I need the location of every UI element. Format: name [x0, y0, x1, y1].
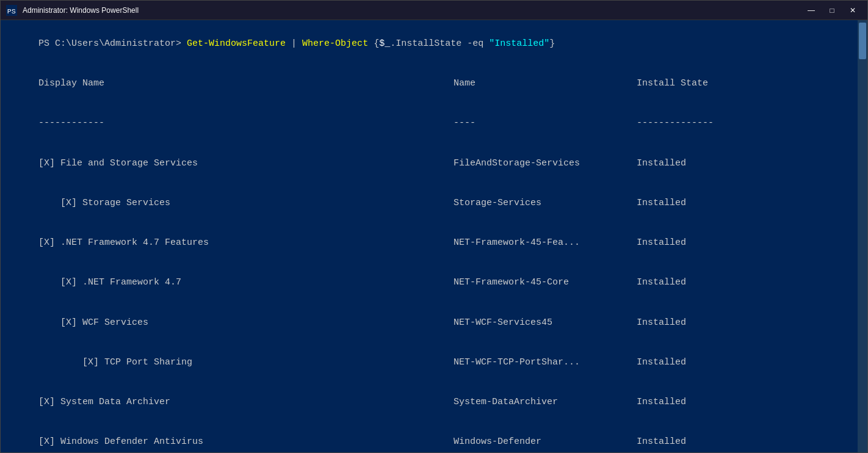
table-row: [X] System Data ArchiverSystem-DataArchi… [5, 382, 863, 422]
maximize-button[interactable]: □ [822, 3, 842, 18]
prompt-1: PS C:\Users\Administrator> [38, 38, 187, 49]
table-row: [X] Storage ServicesStorage-ServicesInst… [5, 183, 863, 223]
powershell-icon: PS [5, 4, 18, 16]
cmd-where-object: Where-Object [302, 38, 368, 49]
title-bar-left: PS Administrator: Windows PowerShell [5, 4, 139, 16]
scrollbar[interactable] [858, 20, 867, 452]
table-row: [X] .NET Framework 4.7NET-Framework-45-C… [5, 263, 863, 303]
svg-text:PS: PS [7, 7, 16, 15]
table-row: [X] .NET Framework 4.7 FeaturesNET-Frame… [5, 223, 863, 263]
minimize-button[interactable]: — [801, 3, 821, 18]
scrollbar-thumb[interactable] [859, 23, 866, 59]
table-header: Display NameNameInstall State [5, 63, 863, 103]
window-title: Administrator: Windows PowerShell [23, 6, 139, 15]
terminal-body[interactable]: PS C:\Users\Administrator> Get-WindowsFe… [1, 20, 867, 452]
title-bar: PS Administrator: Windows PowerShell — □… [1, 1, 867, 20]
table-row: [X] Windows Defender AntivirusWindows-De… [5, 422, 863, 453]
table-separator: ------------------------------ [5, 104, 863, 143]
close-button[interactable]: ✕ [843, 3, 863, 18]
command-line-1: PS C:\Users\Administrator> Get-WindowsFe… [5, 24, 863, 63]
cmd-get-windowsfeature: Get-WindowsFeature [187, 38, 286, 49]
table-row: [X] File and Storage ServicesFileAndStor… [5, 143, 863, 183]
table-row: [X] TCP Port SharingNET-WCF-TCP-PortShar… [5, 342, 863, 382]
powershell-window: PS Administrator: Windows PowerShell — □… [0, 0, 868, 453]
table-row: [X] WCF ServicesNET-WCF-Services45Instal… [5, 303, 863, 342]
title-bar-controls: — □ ✕ [801, 3, 863, 18]
